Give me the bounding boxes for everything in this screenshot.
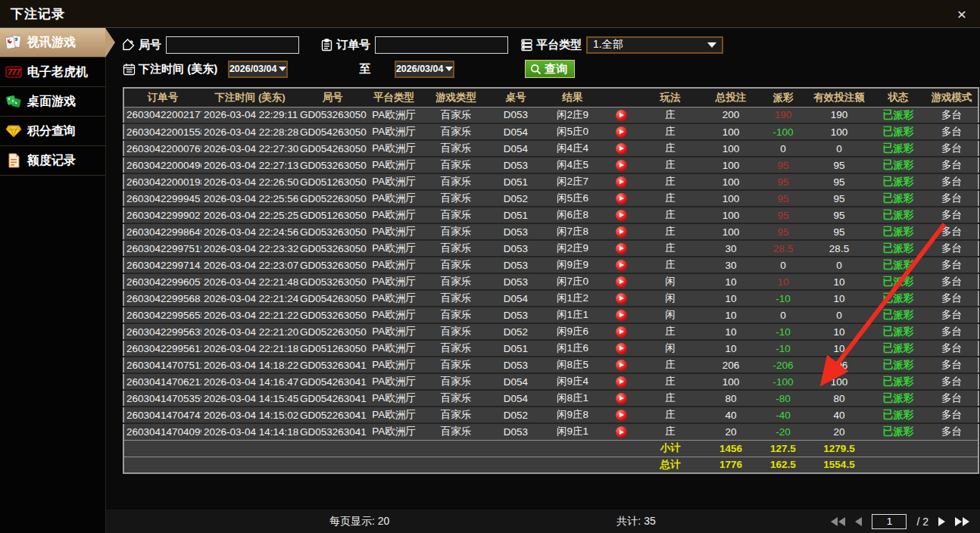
sidebar-item-credit-records[interactable]: 额度记录	[0, 146, 105, 176]
cell-bet-on: 庄	[638, 257, 703, 273]
cell-replay	[604, 173, 638, 190]
round-id-input[interactable]	[166, 36, 299, 54]
replay-play-icon[interactable]	[616, 243, 627, 254]
cell-game-type: 百家乐	[421, 173, 491, 190]
replay-play-icon[interactable]	[616, 226, 627, 238]
cell-status: 已派彩	[871, 157, 925, 173]
query-button[interactable]: 查询	[525, 60, 575, 78]
replay-play-icon[interactable]	[616, 160, 627, 171]
cell-table-no: D053	[491, 357, 541, 373]
grand-total-end-spacer	[871, 457, 978, 473]
table-row: 260304229956552 2026-03-04 22:21:22 GD05…	[123, 307, 978, 323]
cell-table-no: D053	[491, 223, 541, 240]
replay-play-icon[interactable]	[616, 376, 627, 388]
table-row: 260304229986493 2026-03-04 22:24:56 GD05…	[123, 223, 978, 240]
cell-game-type: 百家乐	[421, 407, 491, 423]
cell-bet-time: 2026-03-04 14:15:02	[201, 407, 298, 423]
next-page-icon[interactable]	[938, 517, 945, 526]
sidebar-item-video-games[interactable]: 9 K 视讯游戏	[0, 28, 105, 58]
cell-table-no: D051	[491, 173, 541, 190]
replay-play-icon[interactable]	[616, 360, 627, 371]
replay-play-icon[interactable]	[616, 410, 627, 421]
cell-bet-time: 2026-03-04 14:14:18	[201, 423, 298, 440]
date-from-picker[interactable]: 2026/03/04	[228, 61, 288, 78]
replay-play-icon[interactable]	[616, 393, 627, 404]
table-row: 260304229990273 2026-03-04 22:25:25 GD05…	[123, 207, 978, 223]
cell-valid-bet: 95	[807, 173, 871, 190]
last-page-icon[interactable]	[955, 517, 969, 526]
cell-payout: -100	[759, 373, 807, 390]
cell-status: 已派彩	[871, 207, 925, 223]
sidebar-item-label: 积分查询	[27, 123, 76, 139]
cell-platform: PA欧洲厅	[367, 323, 421, 340]
cell-platform: PA欧洲厅	[367, 140, 421, 157]
cell-valid-bet: 80	[807, 390, 871, 407]
cell-table-no: D051	[491, 340, 541, 357]
sidebar-item-label: 视讯游戏	[27, 35, 76, 51]
cell-game-type: 百家乐	[421, 423, 491, 440]
cell-game-mode: 多台	[925, 407, 978, 423]
replay-play-icon[interactable]	[616, 276, 627, 288]
replay-play-icon[interactable]	[616, 176, 627, 188]
table-row: 260304147075123 2026-03-04 14:18:22 GD05…	[123, 357, 978, 373]
replay-play-icon[interactable]	[616, 310, 627, 321]
cell-game-type: 百家乐	[421, 207, 491, 223]
cell-valid-bet: 0	[807, 257, 871, 273]
cell-round-id: GD0542630505D	[298, 140, 367, 157]
page-number-input[interactable]	[872, 514, 907, 529]
cell-table-no: D054	[491, 373, 541, 390]
replay-play-icon[interactable]	[616, 326, 627, 338]
sidebar-item-table-games[interactable]: 桌面游戏	[0, 87, 105, 117]
cell-game-mode: 多台	[925, 273, 978, 290]
cell-game-mode: 多台	[925, 140, 978, 157]
clipboard-icon	[320, 39, 333, 51]
replay-play-icon[interactable]	[616, 343, 627, 354]
cell-bet-time: 2026-03-04 22:21:18	[201, 340, 298, 357]
replay-play-icon[interactable]	[616, 426, 627, 438]
cell-result: 闲8庄5	[541, 357, 604, 373]
col-status: 状态	[871, 88, 925, 107]
date-to-picker[interactable]: 2026/03/04	[395, 61, 454, 78]
col-game-mode: 游戏模式	[925, 88, 978, 107]
cell-order-id: 260304220015584	[123, 123, 201, 140]
first-page-icon[interactable]	[831, 517, 845, 526]
replay-play-icon[interactable]	[616, 110, 627, 121]
cell-replay	[604, 323, 638, 340]
replay-play-icon[interactable]	[616, 210, 627, 221]
replay-play-icon[interactable]	[616, 143, 627, 154]
col-table-no: 桌号	[491, 88, 541, 107]
cell-valid-bet: 0	[807, 140, 871, 157]
table-row: 260304229956353 2026-03-04 22:21:20 GD05…	[123, 323, 978, 340]
cell-total-bet: 10	[703, 273, 759, 290]
cell-order-id: 260304220007651	[123, 140, 201, 157]
close-icon[interactable]: ×	[954, 6, 969, 22]
cell-total-bet: 100	[703, 173, 759, 190]
cell-total-bet: 80	[703, 390, 759, 407]
cell-game-type: 百家乐	[421, 240, 491, 257]
platform-type-select[interactable]: 1.全部	[586, 36, 723, 54]
replay-play-icon[interactable]	[616, 293, 627, 304]
cell-table-no: D053	[491, 107, 541, 123]
cell-game-type: 百家乐	[421, 273, 491, 290]
per-page-label: 每页显示: 20	[329, 515, 389, 528]
cell-round-id: GD05226305046	[298, 323, 367, 340]
replay-play-icon[interactable]	[616, 126, 627, 138]
sidebar-item-slots[interactable]: 777 电子老虎机	[0, 58, 105, 87]
cell-replay	[604, 190, 638, 207]
table-row: 260304147053599 2026-03-04 14:15:45 GD05…	[123, 390, 978, 407]
cell-replay	[604, 290, 638, 307]
platform-type-label: 平台类型	[536, 38, 582, 52]
cell-status: 已派彩	[871, 123, 925, 140]
cell-table-no: D052	[491, 323, 541, 340]
order-id-label: 订单号	[336, 38, 370, 52]
prev-page-icon[interactable]	[855, 517, 862, 526]
order-id-input[interactable]	[375, 36, 508, 54]
cell-platform: PA欧洲厅	[367, 123, 421, 140]
cell-replay	[604, 207, 638, 223]
sidebar-item-points[interactable]: 积分查询	[0, 117, 105, 146]
cell-result: 闲8庄1	[541, 390, 604, 407]
replay-play-icon[interactable]	[616, 193, 627, 204]
cell-order-id: 260304147047475	[123, 407, 201, 423]
cell-result: 闲4庄5	[541, 157, 604, 173]
replay-play-icon[interactable]	[616, 260, 627, 271]
